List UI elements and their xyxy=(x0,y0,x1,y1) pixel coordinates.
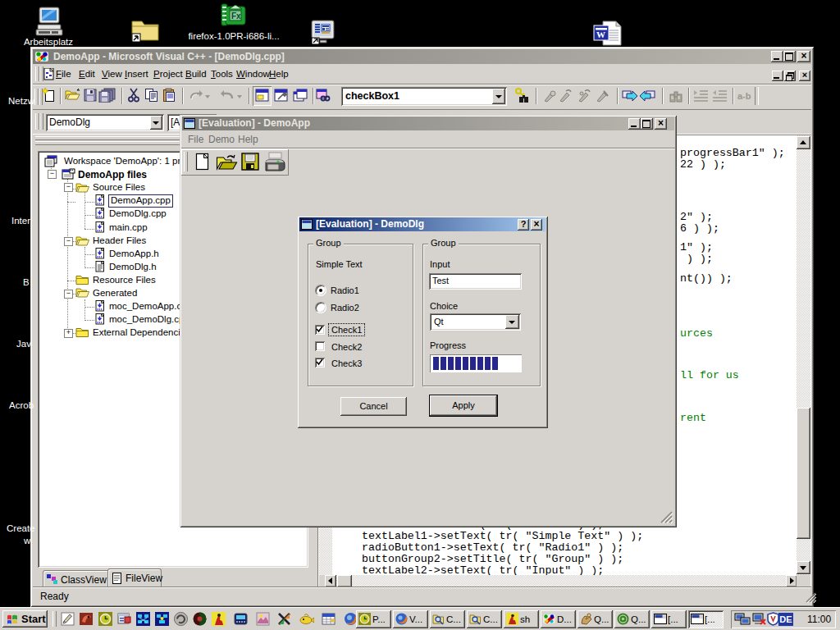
svg-text:Fx: Fx xyxy=(231,11,241,21)
svg-text:W: W xyxy=(596,30,605,39)
